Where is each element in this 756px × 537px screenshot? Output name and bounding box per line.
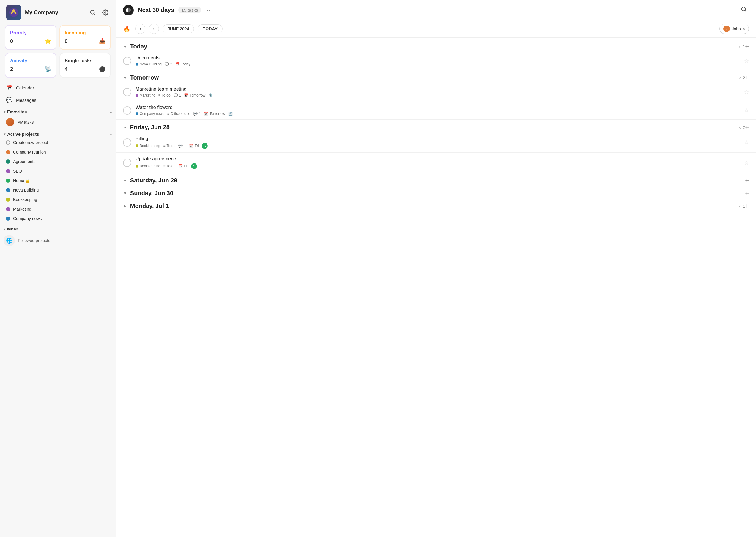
task-meta-water: Company news ≡ Office space 💬 1 📅 To: [136, 112, 740, 116]
main-header: Next 30 days 15 tasks ···: [116, 0, 756, 20]
task-checkbox-water[interactable]: [123, 106, 131, 115]
incoming-card[interactable]: Incoming 0 📥: [60, 25, 111, 50]
project-dot-cn: [136, 112, 139, 115]
active-projects-header: ▾ Active projects ···: [0, 129, 115, 138]
header-more-button[interactable]: ···: [205, 7, 210, 13]
incoming-label: Incoming: [65, 30, 106, 36]
mode-toggle-button[interactable]: [123, 5, 134, 16]
project-label-marketing: Marketing: [13, 207, 31, 212]
sidebar-item-messages[interactable]: 💬 Messages: [2, 94, 113, 106]
task-project-company-news: Company news: [136, 112, 164, 116]
task-checkbox-billing[interactable]: [123, 139, 131, 147]
friday-add-button[interactable]: +: [745, 124, 749, 131]
star-button-billing[interactable]: ☆: [744, 139, 749, 146]
incoming-icon: 📥: [99, 38, 106, 45]
date-pill-button[interactable]: JUNE 2024: [162, 24, 194, 33]
task-title-marketing: Marketing team meeting: [136, 86, 740, 92]
task-comments-marketing: 💬 1: [174, 93, 181, 98]
task-checkbox-marketing[interactable]: [123, 88, 131, 96]
group-tomorrow-header[interactable]: ▼ Tomorrow ○ 2 +: [116, 71, 756, 83]
search-button[interactable]: [88, 8, 97, 17]
remove-filter-button[interactable]: ×: [743, 26, 745, 31]
project-dot: [6, 159, 10, 164]
project-item-home[interactable]: Home 🔒: [2, 176, 113, 185]
project-dot-bk2: [136, 165, 139, 168]
group-saturday-header[interactable]: ▼ Saturday, Jun 29 +: [116, 174, 756, 186]
comment-icon: 💬: [178, 144, 183, 148]
task-marketing-meeting[interactable]: Marketing team meeting Marketing ≡ To-do…: [116, 83, 756, 101]
sidebar-header: My Company: [0, 0, 115, 25]
star-button-documents[interactable]: ☆: [744, 58, 749, 64]
main-search-button[interactable]: [739, 4, 749, 16]
task-documents[interactable]: Documents Nova Building 💬 2 📅 Today: [116, 52, 756, 70]
view-title: Next 30 days: [138, 7, 174, 13]
project-item-nova-building[interactable]: Nova Building: [2, 185, 113, 195]
project-item-marketing[interactable]: Marketing: [2, 204, 113, 214]
task-water-flowers[interactable]: Water the flowers Company news ≡ Office …: [116, 101, 756, 120]
group-friday-header[interactable]: ▼ Friday, Jun 28 ○ 2 +: [116, 121, 756, 133]
task-count-badge: 15 tasks: [178, 7, 201, 13]
project-name-mkt: Marketing: [140, 93, 156, 98]
task-checkbox-documents[interactable]: [123, 57, 131, 65]
project-label-company-reunion: Company reunion: [13, 150, 46, 154]
task-content-water: Water the flowers Company news ≡ Office …: [136, 105, 740, 116]
project-name-bk: Bookkeeping: [140, 144, 160, 148]
task-title-documents: Documents: [136, 55, 740, 61]
task-update-agreements[interactable]: Update agreements Bookkeeping ≡ To-do 📅: [116, 153, 756, 173]
monday-add-button[interactable]: +: [745, 203, 749, 209]
single-tasks-card[interactable]: Single tasks 4 ⚫: [60, 53, 111, 78]
assignee-avatar-billing: S: [202, 143, 208, 149]
group-today-header[interactable]: ▼ Today ○ 1 +: [116, 40, 756, 52]
task-content-marketing: Marketing team meeting Marketing ≡ To-do…: [136, 86, 740, 98]
task-content-documents: Documents Nova Building 💬 2 📅 Today: [136, 55, 740, 66]
star-button-marketing[interactable]: ☆: [744, 89, 749, 95]
today-add-button[interactable]: +: [745, 43, 749, 50]
group-saturday: ▼ Saturday, Jun 29 +: [116, 174, 756, 186]
project-item-company-reunion[interactable]: Company reunion: [2, 147, 113, 157]
project-dot: [6, 207, 10, 211]
prev-button[interactable]: ‹: [135, 24, 145, 34]
settings-button[interactable]: [101, 8, 110, 17]
project-item-company-news[interactable]: Company news: [2, 214, 113, 223]
task-tag-agreements: ≡ To-do: [163, 164, 175, 168]
sidebar-item-my-tasks[interactable]: My tasks: [2, 115, 113, 129]
task-billing[interactable]: Billing Bookkeeping ≡ To-do 💬 1: [116, 133, 756, 153]
today-button[interactable]: TODAY: [198, 24, 223, 33]
task-comments-billing: 💬 1: [178, 144, 186, 148]
active-projects-more-button[interactable]: ···: [109, 132, 112, 137]
create-new-project-item[interactable]: + Create new project: [2, 138, 113, 147]
group-monday: ▼ Monday, Jul 1 ○ 1 +: [116, 200, 756, 211]
next-button[interactable]: ›: [149, 24, 159, 34]
project-item-seo[interactable]: SEO: [2, 166, 113, 176]
list-icon: ≡: [158, 93, 160, 98]
svg-point-3: [104, 12, 106, 13]
task-title-agreements: Update agreements: [136, 156, 740, 162]
today-collapse-icon: ▼: [123, 44, 127, 49]
group-sunday-header[interactable]: ▼ Sunday, Jun 30 +: [116, 187, 756, 198]
tomorrow-add-button[interactable]: +: [745, 74, 749, 81]
saturday-add-button[interactable]: +: [745, 177, 749, 184]
star-button-agreements[interactable]: ☆: [744, 159, 749, 166]
globe-button[interactable]: 🌐: [4, 235, 15, 246]
project-item-bookkeeping[interactable]: Bookkeeping: [2, 195, 113, 204]
project-item-agreements[interactable]: Agreements: [2, 157, 113, 166]
favorites-more-button[interactable]: ···: [109, 109, 112, 114]
sunday-add-button[interactable]: +: [745, 190, 749, 197]
group-friday: ▼ Friday, Jun 28 ○ 2 + Billing Bookkeepi…: [116, 121, 756, 173]
activity-card[interactable]: Activity 2 📡: [5, 53, 57, 78]
sidebar-bottom: 🌐 Followed projects: [0, 232, 115, 249]
calendar-icon-sm: 📅: [178, 164, 183, 168]
task-mic-marketing: 🎙️: [208, 93, 213, 98]
priority-card[interactable]: Priority 0 ⭐: [5, 25, 57, 50]
star-button-water[interactable]: ☆: [744, 107, 749, 114]
user-filter-chip[interactable]: J John ×: [720, 24, 749, 34]
group-monday-header[interactable]: ▼ Monday, Jul 1 ○ 1 +: [116, 200, 756, 211]
company-logo[interactable]: [6, 5, 22, 20]
more-section-header: ▸ More: [0, 223, 115, 232]
group-sunday: ▼ Sunday, Jun 30 +: [116, 187, 756, 198]
sidebar-item-calendar[interactable]: 📅 Calendar: [2, 81, 113, 94]
sunday-collapse-icon: ▼: [123, 191, 127, 196]
task-checkbox-agreements[interactable]: [123, 159, 131, 167]
refresh-icon: 🔄: [228, 112, 233, 116]
task-project-bookkeeping-2: Bookkeeping: [136, 164, 160, 168]
